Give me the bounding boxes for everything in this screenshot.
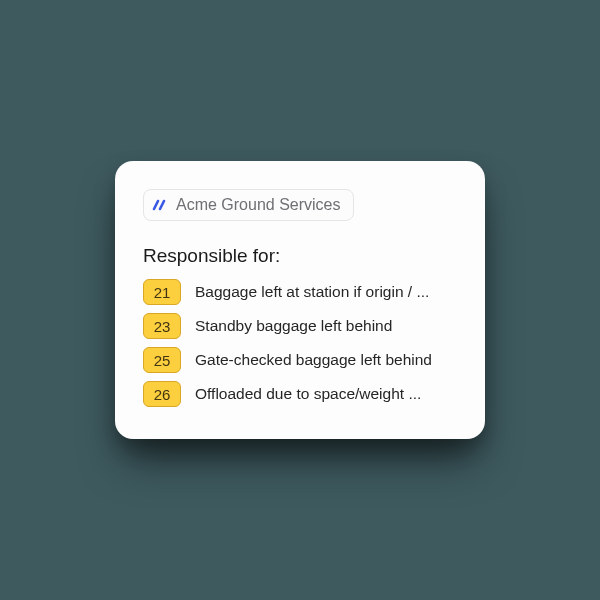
responsibility-list: 21 Baggage left at station if origin / .… bbox=[143, 279, 457, 407]
list-item-label: Offloaded due to space/weight ... bbox=[195, 385, 457, 403]
code-badge: 25 bbox=[143, 347, 181, 373]
list-item-label: Gate-checked baggage left behind bbox=[195, 351, 457, 369]
company-chip[interactable]: Acme Ground Services bbox=[143, 189, 354, 221]
code-badge: 21 bbox=[143, 279, 181, 305]
list-item-label: Baggage left at station if origin / ... bbox=[195, 283, 457, 301]
company-logo-icon bbox=[152, 197, 168, 213]
list-item[interactable]: 23 Standby baggage left behind bbox=[143, 313, 457, 339]
code-badge: 23 bbox=[143, 313, 181, 339]
list-item[interactable]: 25 Gate-checked baggage left behind bbox=[143, 347, 457, 373]
list-item[interactable]: 21 Baggage left at station if origin / .… bbox=[143, 279, 457, 305]
code-badge: 26 bbox=[143, 381, 181, 407]
company-name: Acme Ground Services bbox=[176, 196, 341, 214]
responsibility-card: Acme Ground Services Responsible for: 21… bbox=[115, 161, 485, 439]
list-item[interactable]: 26 Offloaded due to space/weight ... bbox=[143, 381, 457, 407]
section-heading: Responsible for: bbox=[143, 245, 457, 267]
list-item-label: Standby baggage left behind bbox=[195, 317, 457, 335]
